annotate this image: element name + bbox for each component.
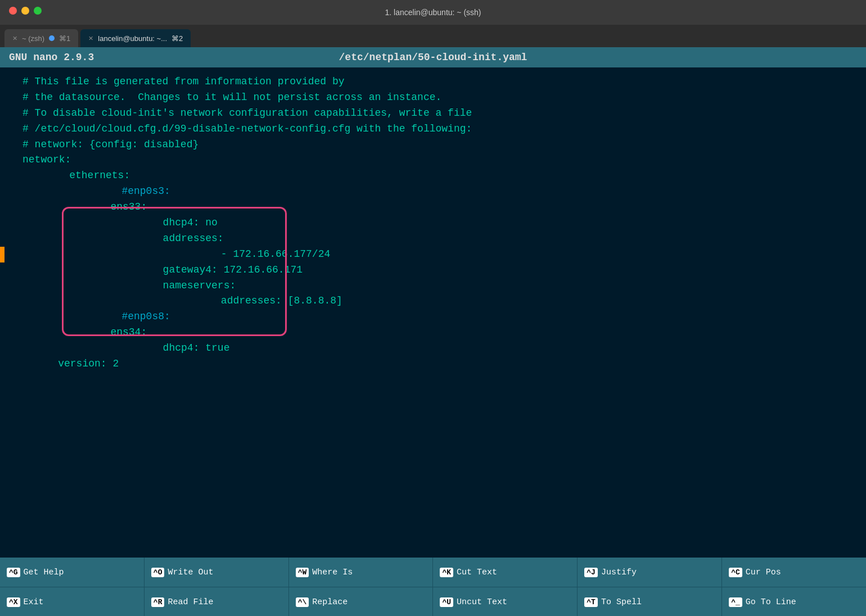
traffic-lights [9, 7, 42, 15]
key-badge-o: ^O [151, 568, 165, 577]
key-badge-x: ^X [7, 597, 20, 607]
shortcut-get-help[interactable]: ^G Get Help [0, 558, 145, 587]
line-15: addresses: [8.8.8.8] [11, 293, 866, 309]
shortcut-go-to-line[interactable]: ^_ Go To Line [722, 587, 866, 616]
tab-dot [49, 35, 55, 41]
shortcut-uncut-text[interactable]: ^U Uncut Text [433, 587, 578, 616]
key-badge-g: ^G [7, 568, 20, 577]
maximize-button[interactable] [34, 7, 42, 15]
shortcut-row-2: ^X Exit ^R Read File ^\ Replace ^U Uncut… [0, 587, 866, 616]
tab-ssh-label: lancelin@ubuntu: ~... [98, 34, 167, 43]
shortcut-read-file[interactable]: ^R Read File [145, 587, 289, 616]
tab-bar: ✕ ~ (zsh) ⌘1 ✕ lancelin@ubuntu: ~... ⌘2 [0, 25, 866, 47]
line-4: # /etc/cloud/cloud.cfg.d/99-disable-netw… [11, 121, 866, 137]
shortcut-row-1: ^G Get Help ^O Write Out ^W Where Is ^K … [0, 558, 866, 587]
key-badge-k: ^K [440, 568, 453, 577]
key-badge-underscore: ^_ [729, 597, 742, 607]
line-18: dhcp4: true [11, 341, 866, 356]
label-exit: Exit [24, 597, 44, 607]
shortcut-cur-pos[interactable]: ^C Cur Pos [722, 558, 866, 587]
bottom-bar: ^G Get Help ^O Write Out ^W Where Is ^K … [0, 558, 866, 616]
key-badge-t: ^T [584, 597, 598, 607]
tab-zsh[interactable]: ✕ ~ (zsh) ⌘1 [4, 29, 78, 47]
label-justify: Justify [601, 568, 637, 577]
nano-version: GNU nano 2.9.3 [9, 52, 94, 63]
shortcut-where-is[interactable]: ^W Where Is [289, 558, 434, 587]
line-2: # the datasource. Changes to it will not… [11, 90, 866, 106]
key-badge-backslash: ^\ [296, 597, 309, 607]
line-17: ens34: [11, 325, 866, 341]
label-where-is: Where Is [312, 568, 353, 577]
shortcut-to-spell[interactable]: ^T To Spell [578, 587, 722, 616]
line-5: # network: {config: disabled} [11, 137, 866, 153]
label-uncut-text: Uncut Text [457, 597, 507, 607]
label-get-help: Get Help [24, 568, 64, 577]
label-cur-pos: Cur Pos [746, 568, 781, 577]
tab-zsh-shortcut: ⌘1 [59, 34, 70, 43]
line-14: nameservers: [11, 278, 866, 294]
shortcut-write-out[interactable]: ^O Write Out [145, 558, 289, 587]
tab-ssh[interactable]: ✕ lancelin@ubuntu: ~... ⌘2 [80, 29, 191, 47]
editor-area[interactable]: # This file is generated from informatio… [0, 67, 866, 558]
label-to-spell: To Spell [601, 597, 642, 607]
window-title: 1. lancelin@ubuntu: ~ (ssh) [385, 8, 481, 17]
key-badge-w: ^W [296, 568, 309, 577]
cursor-indicator [0, 247, 4, 262]
tab-zsh-label: ~ (zsh) [22, 34, 44, 43]
line-13: gateway4: 172.16.66.171 [11, 262, 866, 278]
nano-header: GNU nano 2.9.3 /etc/netplan/50-cloud-ini… [0, 47, 866, 67]
line-7: ethernets: [11, 168, 866, 184]
shortcut-replace[interactable]: ^\ Replace [289, 587, 434, 616]
line-6: network: [11, 152, 866, 168]
editor-content: # This file is generated from informatio… [0, 67, 866, 379]
key-badge-u: ^U [440, 597, 453, 607]
line-11: addresses: [11, 231, 866, 247]
line-3: # To disable cloud-init's network config… [11, 106, 866, 121]
shortcut-cut-text[interactable]: ^K Cut Text [433, 558, 578, 587]
tab-ssh-close-icon[interactable]: ✕ [88, 35, 93, 42]
tab-ssh-shortcut: ⌘2 [172, 34, 183, 43]
window-title-bar: 1. lancelin@ubuntu: ~ (ssh) [0, 0, 866, 25]
label-replace: Replace [312, 597, 348, 607]
close-button[interactable] [9, 7, 17, 15]
nano-filename: /etc/netplan/50-cloud-init.yaml [339, 52, 527, 63]
label-go-to-line: Go To Line [746, 597, 796, 607]
line-16: #enp0s8: [11, 309, 866, 325]
key-badge-r: ^R [151, 597, 165, 607]
shortcut-justify[interactable]: ^J Justify [578, 558, 722, 587]
key-badge-j: ^J [584, 568, 598, 577]
line-8: #enp0s3: [11, 184, 866, 200]
line-19: version: 2 [11, 356, 866, 372]
line-10: dhcp4: no [11, 215, 866, 231]
minimize-button[interactable] [21, 7, 29, 15]
key-badge-c: ^C [729, 568, 742, 577]
tab-close-icon[interactable]: ✕ [12, 35, 17, 42]
line-9: ens33: [11, 200, 866, 215]
line-1: # This file is generated from informatio… [11, 74, 866, 90]
shortcut-exit[interactable]: ^X Exit [0, 587, 145, 616]
label-read-file: Read File [168, 597, 213, 607]
label-cut-text: Cut Text [457, 568, 497, 577]
label-write-out: Write Out [168, 568, 213, 577]
line-12: - 172.16.66.177/24 [11, 247, 866, 262]
